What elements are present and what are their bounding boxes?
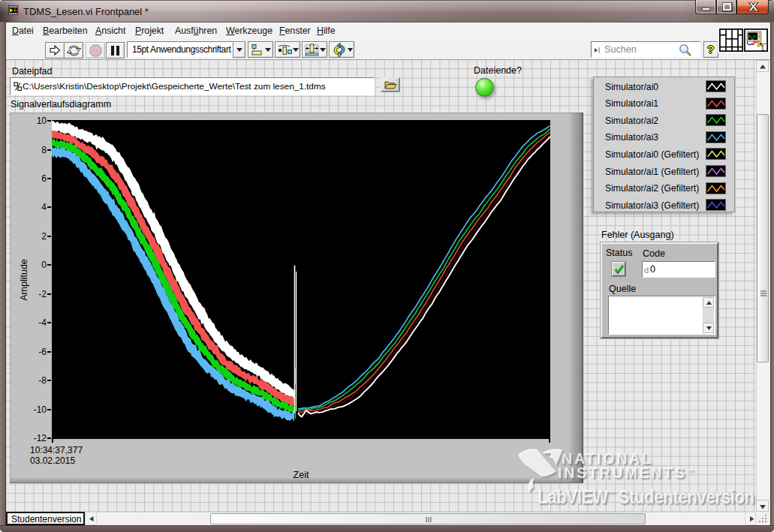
svg-text:1: 1 xyxy=(760,44,765,53)
